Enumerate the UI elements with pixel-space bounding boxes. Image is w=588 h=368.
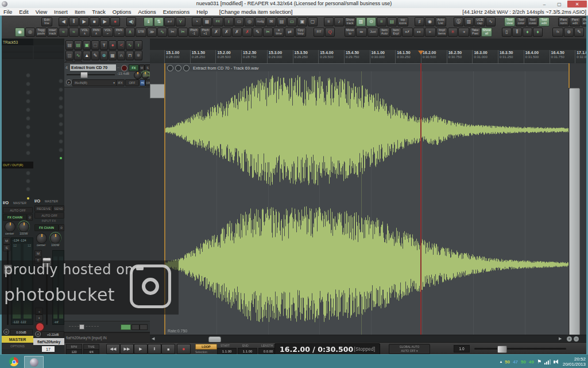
- toolbar-button[interactable]: ✂: [178, 28, 188, 37]
- toolbar-button[interactable]: nudg: [255, 17, 266, 26]
- menu-track[interactable]: Track: [88, 9, 109, 15]
- ruler-tick[interactable]: 15.1.000:28.000: [164, 50, 191, 63]
- toolbar-button[interactable]: ▥: [464, 17, 474, 26]
- send-knob-slot[interactable]: [26, 82, 30, 86]
- send-knob-slot[interactable]: [59, 122, 63, 126]
- auto-mode-button[interactable]: AUTO OFF: [3, 207, 33, 213]
- tcp-tool-button[interactable]: ▣: [83, 40, 91, 50]
- toolbar-button[interactable]: ♪: [334, 17, 344, 26]
- ruler-tick[interactable]: 15.2.500:28.750: [241, 50, 268, 63]
- toolbar-button[interactable]: Juxt: [368, 28, 378, 37]
- toolbar-button[interactable]: fx: [552, 28, 563, 37]
- toolbar-button[interactable]: ✎: [253, 28, 262, 37]
- network-icon[interactable]: [544, 359, 551, 365]
- toolbar-button[interactable]: ◉: [425, 17, 435, 26]
- toolbar-button[interactable]: ≡: [324, 17, 334, 26]
- toolbar-button[interactable]: ⇄: [285, 28, 295, 37]
- tcp-tool-button[interactable]: ⊛: [100, 51, 108, 60]
- ruler-tick[interactable]: 15.2.000:28.500: [215, 50, 242, 63]
- monitor-off-button[interactable]: OFF: [125, 79, 139, 86]
- media-item[interactable]: Extract from CD 70 - Track 69.wav Rate:0…: [164, 63, 570, 335]
- tcp-tool-button[interactable]: ●: [109, 40, 117, 50]
- toolbar-button[interactable]: STR: [136, 28, 146, 37]
- toolbar-button[interactable]: ♦: [533, 28, 543, 37]
- toolbar-button[interactable]: Pant edit: [570, 17, 581, 26]
- send-knob-slot[interactable]: [59, 148, 63, 152]
- mini-fader-handle[interactable]: [79, 324, 84, 329]
- toolbar-button[interactable]: Item Auto: [379, 28, 390, 37]
- toolbar-button[interactable]: Show all: [481, 28, 492, 37]
- toolbar-button[interactable]: ∧: [125, 28, 135, 37]
- fx-bypass-icon[interactable]: ⊘: [27, 214, 33, 221]
- ruler-tick[interactable]: 16.2.000:30.500: [421, 50, 448, 63]
- toolbar-button[interactable]: Tool view: [504, 17, 515, 26]
- toolbar-button[interactable]: inser track: [47, 28, 58, 37]
- toolbar-button[interactable]: ∿: [157, 28, 167, 37]
- toolbar-button[interactable]: ⇅: [154, 17, 164, 26]
- vertical-scrollbar-thumb[interactable]: [569, 88, 580, 335]
- zoom-out-button[interactable]: −: [574, 336, 579, 342]
- toolbar-button[interactable]: ✂: [263, 28, 273, 37]
- toolbar-button[interactable]: Tool custo: [527, 17, 538, 26]
- maximize-button[interactable]: ▢: [552, 1, 566, 7]
- ruler-tick[interactable]: 16.2.500:30.750: [447, 50, 474, 63]
- toolbar-button[interactable]: ▯: [502, 28, 512, 37]
- send-knob-slot[interactable]: [59, 139, 63, 144]
- splitter-handle-top[interactable]: [150, 84, 165, 98]
- ruler-tick[interactable]: 16.3.000:31.000: [472, 50, 499, 63]
- width-knob[interactable]: [18, 221, 29, 232]
- toolbar-button[interactable]: Edit line: [41, 17, 52, 26]
- menu-view[interactable]: View: [32, 9, 51, 15]
- action-center-flag-icon[interactable]: ⚑: [537, 359, 541, 365]
- ruler-tick[interactable]: 15.3.000:29.000: [267, 50, 294, 63]
- toolbar-button[interactable]: ⊛: [564, 28, 574, 37]
- tcp-tool-button[interactable]: ≀: [134, 40, 142, 50]
- toolbar-button[interactable]: ⊙: [366, 17, 376, 26]
- send-knob-slot[interactable]: [26, 151, 30, 155]
- menu-edit[interactable]: Edit: [16, 9, 32, 15]
- sel-start-value[interactable]: 1.1.00: [217, 348, 237, 354]
- width-knob[interactable]: [50, 233, 61, 244]
- toolbar-button[interactable]: ✉: [266, 17, 276, 26]
- master-solo-button[interactable]: [140, 324, 148, 330]
- tcp-tool-button[interactable]: ∿: [126, 40, 134, 50]
- ruler-tick[interactable]: 15.4.000:29.500: [318, 50, 345, 63]
- mute-button[interactable]: M: [34, 250, 42, 257]
- send-knob-slot[interactable]: [26, 125, 30, 129]
- menu-file[interactable]: File: [0, 9, 16, 15]
- toolbar-button[interactable]: ≡·: [425, 28, 436, 37]
- ruler-tick[interactable]: 17.1.000:32.000: [575, 50, 586, 63]
- monitor-icon[interactable]: ▸: [66, 79, 72, 85]
- ruler-tick[interactable]: 16.4.500:31.750: [550, 50, 577, 63]
- send-knob-slot[interactable]: [26, 90, 30, 95]
- master-mute-button[interactable]: [131, 324, 140, 330]
- master-track-row[interactable]: [64, 321, 150, 332]
- toolbar-button[interactable]: ●: [110, 17, 120, 26]
- minimize-button[interactable]: –: [537, 1, 551, 7]
- sel-end-value[interactable]: 1.1.00: [238, 348, 257, 354]
- toolbar-button[interactable]: Y: [176, 17, 185, 26]
- toolbar-button[interactable]: ▥: [356, 17, 366, 26]
- toolbar-button[interactable]: i: [224, 17, 234, 26]
- toolbar-button[interactable]: ▤: [387, 17, 397, 26]
- toolbar-button[interactable]: Impl items: [436, 28, 447, 37]
- track-name-field[interactable]: Extract from CD 70: [70, 64, 116, 71]
- phase-button[interactable]: ⊘: [35, 331, 41, 337]
- toolbar-button[interactable]: Pitch -1: [188, 28, 199, 37]
- toolbar-button[interactable]: ✗: [232, 28, 242, 37]
- tcp-tool-button[interactable]: ≺: [117, 40, 125, 50]
- send-knob-slot[interactable]: [26, 142, 30, 147]
- toolbar-button[interactable]: Cpy loop: [295, 28, 306, 37]
- toolbar-button[interactable]: UCE cap: [474, 17, 485, 26]
- toolbar-button[interactable]: Actio List: [435, 17, 446, 26]
- toolbar-button[interactable]: ▭: [287, 17, 297, 26]
- toolbar-button[interactable]: ▸≡: [413, 28, 424, 37]
- toolbar-button[interactable]: ✗: [222, 28, 231, 37]
- menu-insert[interactable]: Insert: [51, 9, 71, 15]
- record-arm-button[interactable]: [121, 65, 127, 71]
- ruler-tick[interactable]: 16.3.500:31.250: [498, 50, 525, 63]
- vertical-scrollbar[interactable]: [568, 88, 580, 335]
- loop-button[interactable]: LOOP: [195, 344, 217, 350]
- toolbar-button[interactable]: Take Past: [470, 28, 481, 37]
- menu-actions[interactable]: Actions: [135, 9, 160, 15]
